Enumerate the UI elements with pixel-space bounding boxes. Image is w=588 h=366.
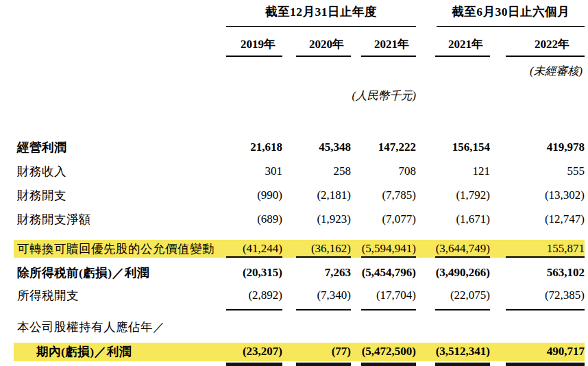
cell-value: (12,747) [490,207,585,231]
column-gap [416,260,437,284]
column-underline [506,309,585,310]
value: (5,454,796) [362,266,416,280]
column-underline [361,309,416,310]
year-label: 2021年 [374,36,409,52]
cell-value: 147,222 [351,135,416,159]
value: (1,923) [317,212,351,226]
cell-value: (1,923) [282,207,351,231]
column-underline [226,256,282,258]
value: 419,978 [547,141,585,154]
value: 155,871 [547,242,585,256]
total-rule-bar [506,363,585,366]
row-label: 經營利潤 [14,135,226,159]
cell-value: (1,671) [437,207,490,231]
year-column-2021: 2021年 [351,27,416,57]
value: 156,154 [452,141,490,154]
cell-value: 555 [490,159,585,183]
bottom-rule [226,362,282,366]
currency-note: (人民幣千元) [351,80,416,106]
table-spacer [14,106,585,135]
year-column-2022-interim: 2022年 [490,27,585,57]
total-rule-bar [296,363,351,366]
value: (20,315) [243,266,282,280]
row-label: 除所得税前(虧損)／利潤 [14,260,226,284]
value: 555 [567,164,585,178]
column-gap [416,343,437,361]
row-label: 可轉換可贖回優先股的公允價值變動 [14,240,226,258]
column-gap [416,159,437,183]
cell-value: 155,871 [490,240,585,258]
year-label: 2019年 [241,36,275,52]
cell-value: (2,181) [282,183,351,207]
cell-value: (72,385) [490,284,585,310]
value: 45,348 [319,141,351,154]
table-row-period-profit-highlighted: 期內(虧損)／利潤 (23,207) (77) (5,472,500) (3,5… [14,343,585,361]
unaudited-note: (未經審核) [416,57,585,80]
value: (22,075) [450,289,490,302]
cell-value: 301 [226,159,282,183]
value: (2,892) [248,289,282,302]
cell-value: (5,594,941) [351,240,416,258]
value: 490,717 [547,345,585,358]
cell-value: (17,704) [351,284,416,310]
year-label: 2021年 [448,36,483,52]
value: (689) [257,212,282,226]
income-statement-table: 截至12月31日止年度 截至6月30日止六個月 2019年 2020年 2021… [14,0,585,366]
column-underline [296,309,351,310]
value: (7,077) [382,212,416,226]
cell-value: 563,102 [490,260,585,284]
currency-note-row: (人民幣千元) [14,80,585,106]
value: 708 [399,164,417,178]
value: (5,472,500) [362,345,416,358]
value: (2,181) [317,188,351,202]
total-rule-bar [226,363,282,366]
bottom-rule [490,362,585,366]
cell-value: 45,348 [282,135,351,159]
table-row-operating-profit: 經營利潤 21,618 45,348 147,222 156,154 419,9… [14,135,585,159]
column-gap [416,207,437,231]
column-underline [226,309,282,310]
cell-value: (5,454,796) [351,260,416,284]
value: (41,244) [243,242,282,256]
cell-value: (22,075) [437,284,490,310]
value: (1,792) [456,188,490,202]
table-header-groups: 截至12月31日止年度 截至6月30日止六個月 [14,0,585,27]
value: (7,340) [317,289,351,302]
cell-value: (990) [226,183,282,207]
cell-value: (3,644,749) [437,240,490,258]
value: (1,671) [456,212,490,226]
column-gap [14,362,226,366]
cell-value: (20,315) [226,260,282,284]
value: 258 [334,164,352,178]
header-empty-cell [14,0,226,27]
value: (990) [257,188,282,202]
value: (36,162) [311,242,351,256]
row-label: 財務開支淨額 [14,207,226,231]
table-row-finance-costs: 財務開支 (990) (2,181) (7,785) (1,792) (13,3… [14,183,585,207]
cell-value: 490,717 [490,343,585,361]
value: 147,222 [378,141,416,154]
cell-value: (2,892) [226,284,282,310]
column-gap [416,135,437,159]
table-header-years: 2019年 2020年 2021年 2021年 2022年 [14,27,585,57]
column-underline [506,256,585,258]
cell-value: 258 [282,159,351,183]
table-row-fair-value-change-highlighted: 可轉換可贖回優先股的公允價值變動 (41,244) (36,162) (5,59… [14,240,585,258]
year-column-2021-interim: 2021年 [437,27,490,57]
cell-value: (7,077) [351,207,416,231]
column-underline [226,56,282,57]
cell-value: (41,244) [226,240,282,258]
cell-value: (5,472,500) [351,343,416,361]
value: (17,704) [376,289,416,302]
value: 7,263 [325,266,351,280]
table-row-attributable-to-equity-holders: 本公司股權持有人應佔年／ [14,315,585,339]
value: (3,490,266) [436,266,490,280]
unaudited-note-row: (未經審核) [14,57,585,80]
table-row-income-tax-expense: 所得税開支 (2,892) (7,340) (17,704) (22,075) … [14,284,585,310]
column-underline [361,256,416,258]
value: 121 [473,164,491,178]
cell-value: (13,302) [490,183,585,207]
financial-statement-page: 截至12月31日止年度 截至6月30日止六個月 2019年 2020年 2021… [0,0,588,366]
cell-value: (3,512,341) [437,343,490,361]
cell-value: (689) [226,207,282,231]
